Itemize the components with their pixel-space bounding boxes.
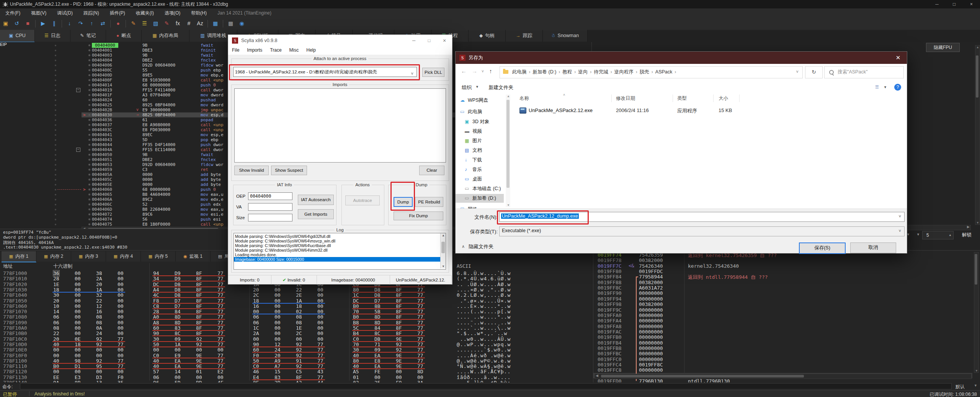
column-header-大小[interactable]: 大小 — [719, 95, 728, 102]
menu-item[interactable]: 收藏夹(I) — [131, 8, 159, 16]
bp-dot[interactable] — [55, 104, 56, 106]
bp-dot[interactable] — [88, 144, 90, 146]
scylla-menu-item[interactable]: Imports — [243, 46, 266, 53]
stack-row[interactable]: 0019FF7800382000 — [593, 257, 980, 263]
bp-dot[interactable] — [55, 50, 56, 51]
history-chevron-icon[interactable]: ˅ — [482, 69, 484, 73]
dump-row[interactable]: 778F10C0200E92773009927700000000C0DB9E77… — [0, 336, 591, 342]
bp-dot[interactable] — [88, 114, 90, 116]
bp-dot[interactable] — [55, 75, 56, 76]
bp-dot[interactable] — [55, 194, 56, 195]
breadcrumb[interactable]: 此电脑›新加卷 (D:)›教程›逆向›待完城›逆向程序›脱壳›ASPack›˅ — [500, 66, 803, 78]
bp-dot[interactable] — [55, 179, 56, 181]
log-list[interactable]: Module parsing: C:\Windows\SysWOW64\gdi3… — [234, 233, 446, 270]
tab-Snowman[interactable]: ☃Snowman — [543, 30, 588, 42]
log-line[interactable]: Loading modules done. — [234, 252, 446, 257]
hide-fpu-button[interactable]: 隐藏FPU — [926, 43, 960, 52]
bp-dot[interactable] — [55, 204, 56, 205]
bp-dot[interactable] — [55, 55, 56, 56]
column-header-类型[interactable]: 类型 — [677, 95, 687, 102]
collapse-icon[interactable]: ∧ — [462, 244, 465, 249]
chevron-down-icon[interactable]: ˅ — [899, 228, 901, 233]
view-toggle-icon[interactable]: ☰ — [875, 85, 879, 89]
dump-tab-内存 2[interactable]: ▦内存 2 — [36, 251, 71, 262]
dump-row[interactable]: 778F106010001200C8D78F7716001800B08B8F77… — [0, 303, 591, 309]
size-field[interactable] — [248, 214, 292, 221]
stop-icon[interactable]: ■ — [23, 18, 33, 28]
pause-icon[interactable]: ∥ — [49, 18, 59, 28]
dump-row[interactable]: 778F108006000800A08D8F7706000800B08D8F77… — [0, 314, 591, 319]
bp-dot[interactable] — [88, 174, 90, 176]
menu-item[interactable]: 文件(F) — [0, 8, 26, 16]
show-suspect-button[interactable]: Show Suspect — [271, 166, 307, 175]
spin-box[interactable]: 5▲ — [922, 231, 954, 239]
sidebar-item-3D 对象[interactable]: ▣3D 对象 — [456, 117, 504, 126]
bp-dot[interactable] — [88, 189, 90, 190]
sidebar-item-此电脑[interactable]: ▭此电脑 — [456, 107, 504, 116]
menu-item[interactable]: 跟踪(N) — [78, 8, 105, 16]
stack-row[interactable]: 0019FFC000000000 — [593, 356, 980, 362]
bp-dot[interactable] — [55, 80, 56, 81]
scroll-down-icon[interactable]: ▼ — [976, 221, 979, 225]
bp-dot[interactable] — [88, 184, 90, 185]
scylla-maximize-button[interactable]: □ — [421, 35, 437, 46]
stack-row[interactable]: 0019FF8800382000 — [593, 280, 980, 285]
dump-row[interactable]: 778F109006000800A88D8F7706000800B88D8F77… — [0, 320, 591, 325]
fix-dump-button[interactable]: Fix Dump — [394, 212, 443, 220]
stack-row[interactable]: 0019FFB000000000 — [593, 334, 980, 340]
tab-笔记[interactable]: ✎笔记 — [70, 30, 106, 42]
menu-item[interactable]: 选项(O) — [159, 8, 186, 16]
breakpoint-icon[interactable]: ● — [113, 18, 123, 28]
save-button[interactable]: 保存(S) — [799, 242, 846, 254]
sidebar-item-视频[interactable]: ▬视频 — [456, 127, 504, 136]
dialog-close-button[interactable]: ✕ — [889, 52, 907, 64]
sidebar-item-音乐[interactable]: ♪音乐 — [456, 165, 504, 174]
bp-dot[interactable] — [88, 89, 90, 91]
bp-dot[interactable] — [88, 203, 90, 205]
dump-row[interactable]: 778F10B022002400908C8F772A002C00B48C8F77… — [0, 330, 591, 336]
tab-跟踪[interactable]: →跟踪 — [506, 30, 543, 42]
log-line[interactable]: Module parsing: C:\Windows\SysWOW64\ucrt… — [234, 243, 446, 248]
comment-icon[interactable]: ☰ — [139, 18, 150, 28]
bp-dot[interactable] — [55, 219, 56, 220]
bp-dot[interactable] — [88, 169, 90, 171]
dump-row[interactable]: 778F10701400160028848F7700000200705B8F77… — [0, 309, 591, 314]
restart-icon[interactable]: ↺ — [11, 18, 22, 28]
fold-icon[interactable]: − — [76, 88, 80, 92]
dump-tab-内存 4[interactable]: ▦内存 4 — [106, 251, 141, 262]
highlight-icon[interactable]: ✎ — [162, 18, 172, 28]
scroll-up-icon[interactable]: ▲ — [442, 234, 445, 237]
dump-tab-内存 5[interactable]: ▦内存 5 — [141, 251, 176, 262]
stack-row[interactable]: 0019FFA800000000 — [593, 324, 980, 329]
bp-dot[interactable] — [88, 164, 90, 166]
calculator-icon[interactable]: ▩ — [225, 18, 236, 28]
scylla-menu-item[interactable]: Trace — [266, 46, 285, 53]
stack-hscrollbar[interactable]: ◀ — [595, 374, 972, 379]
dump-row[interactable]: 778F112000000000571401E24615C543A5FE008D… — [0, 369, 591, 374]
scroll-up-icon[interactable]: ▲ — [976, 46, 979, 49]
dump-button[interactable]: Dump — [394, 197, 413, 207]
stack-row[interactable]: 0019FFA400000000 — [593, 318, 980, 323]
bp-dot[interactable] — [88, 149, 90, 151]
menu-item[interactable]: 插件(P) — [105, 8, 131, 16]
breadcrumb-item[interactable]: 教程 — [560, 67, 574, 75]
savetype-combo[interactable]: Executable (*.exe) ˅ — [499, 226, 905, 236]
dump-row[interactable]: 778F11004098927740EA9E7750A9917780E89E77… — [0, 358, 591, 363]
sidebar-item-桌面[interactable]: ▭桌面 — [456, 175, 504, 184]
organize-menu[interactable]: 组织 — [462, 84, 472, 91]
view-chevron-icon[interactable]: ▼ — [884, 85, 887, 89]
bp-dot[interactable] — [55, 199, 56, 200]
bp-dot[interactable] — [55, 99, 56, 101]
log-line[interactable]: Module parsing: C:\Windows\SysWOW64\imm3… — [234, 248, 446, 252]
log-line[interactable]: Module parsing: C:\Windows\SysWOW64\gdi3… — [234, 234, 446, 239]
tab-断点[interactable]: ●断点 — [106, 30, 142, 42]
dump-row[interactable]: 778F10E000000000000000006024927730099277… — [0, 347, 591, 352]
stack-row[interactable]: 0019FF9800382000 — [593, 301, 980, 307]
chevron-down-icon[interactable]: ˅ — [411, 69, 413, 77]
scroll-thumb[interactable] — [506, 100, 510, 188]
pick-dll-button[interactable]: Pick DLL — [422, 68, 444, 77]
forward-icon[interactable]: → — [472, 68, 477, 74]
bp-dot[interactable] — [55, 139, 56, 141]
scroll-down-icon[interactable]: ▼ — [975, 369, 978, 373]
scylla-menu-item[interactable]: Help — [302, 46, 320, 53]
